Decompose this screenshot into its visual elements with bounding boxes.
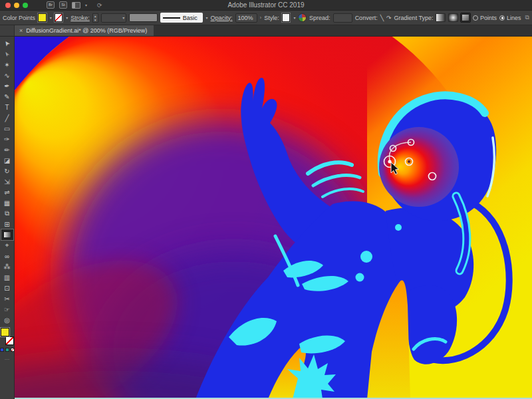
gradient-type-radial-button[interactable] — [448, 13, 458, 22]
zoom-tool[interactable]: ◎ — [1, 315, 13, 325]
eyedropper-tool[interactable]: ⌖ — [1, 240, 13, 251]
mesh-tool[interactable]: ⊞ — [1, 219, 13, 229]
rectangle-tool[interactable]: ▭ — [1, 123, 13, 134]
fill-stroke-indicator[interactable] — [1, 328, 14, 345]
pen-tool[interactable]: ✒ — [1, 80, 13, 91]
draw-lines-radio[interactable]: Lines — [499, 15, 521, 21]
free-transform-tool[interactable]: ▦ — [1, 198, 13, 208]
panel-dock-icon[interactable]: ⧉ — [525, 14, 529, 21]
direct-selection-tool[interactable]: ➣ — [1, 49, 13, 59]
style-swatch[interactable] — [282, 13, 291, 22]
close-window-button[interactable] — [5, 3, 11, 8]
minimize-window-button[interactable] — [14, 3, 19, 8]
lasso-tool[interactable]: ∿ — [1, 70, 13, 80]
brush-chevron-icon[interactable]: ▾ — [206, 15, 208, 20]
line-segment-tool[interactable]: ╱ — [1, 112, 13, 123]
eraser-tool[interactable]: ◪ — [1, 155, 13, 166]
curvature-tool[interactable]: ✎ — [1, 91, 13, 102]
toolbar: ➤➣✶∿✒✎T╱▭✑✏◪↻⇲⇌▦⧉⊞⌖∞⁂▥⊡✂☞◎ … — [0, 37, 15, 399]
fill-color-swatch[interactable] — [38, 13, 47, 22]
recolor-artwork-icon[interactable] — [298, 13, 307, 22]
type-icon: T — [5, 104, 9, 111]
width-profile-select[interactable] — [129, 13, 157, 22]
stroke-none-swatch[interactable] — [5, 336, 14, 345]
convert-label: Convert: — [355, 15, 378, 21]
sync-icon[interactable]: ⟳ — [97, 2, 102, 9]
spread-field[interactable] — [333, 13, 352, 23]
shape-builder-tool[interactable]: ⧉ — [1, 208, 13, 219]
selection-tool[interactable]: ➤ — [1, 38, 13, 49]
tab-bar: × DiffusionGradient.ai* @ 200% (RGB/Prev… — [0, 25, 532, 37]
blend-tool[interactable]: ∞ — [1, 251, 13, 261]
pencil-tool[interactable]: ✏ — [1, 144, 13, 155]
style-label: Style: — [264, 15, 279, 21]
slice-tool[interactable]: ✂ — [1, 293, 13, 304]
none-mode-button[interactable] — [11, 348, 15, 352]
convert-corner-icon[interactable]: ╲ — [380, 15, 384, 21]
artwork[interactable] — [15, 37, 532, 399]
convert-smooth-icon[interactable]: ↷ — [386, 15, 392, 21]
document-tab[interactable]: × DiffusionGradient.ai* @ 200% (RGB/Prev… — [15, 25, 154, 36]
stroke-weight-select[interactable]: ▾ — [101, 13, 127, 23]
gradient-icon — [3, 231, 11, 238]
direct-selection-icon: ➣ — [3, 49, 12, 58]
arrange-documents-icon[interactable] — [72, 2, 80, 9]
stroke-weight-stepper[interactable]: ▴▾ — [92, 13, 98, 23]
lines-radio-label: Lines — [507, 15, 521, 21]
titlebar: Br St ▾ ⟳ Adobe Illustrator CC 2019 — [0, 0, 532, 11]
points-radio-dot — [473, 15, 478, 21]
chevron-down-icon[interactable]: ▾ — [85, 3, 87, 7]
close-tab-icon[interactable]: × — [19, 27, 23, 34]
scale-tool[interactable]: ⇲ — [1, 176, 13, 187]
zoom-icon: ◎ — [4, 317, 10, 324]
spread-label: Spread: — [309, 15, 331, 21]
pencil-icon: ✏ — [4, 146, 9, 154]
draw-points-radio[interactable]: Points — [473, 15, 497, 21]
gradient-type-linear-button[interactable] — [436, 13, 446, 22]
hand-icon: ☞ — [4, 306, 10, 313]
artboard-tool[interactable]: ⊡ — [1, 283, 13, 293]
opacity-label[interactable]: Opacity: — [211, 15, 233, 21]
slice-icon: ✂ — [4, 295, 9, 303]
opacity-field[interactable]: 100% — [235, 13, 257, 23]
bridge-icon[interactable]: Br — [47, 1, 55, 9]
shape-builder-icon: ⧉ — [5, 209, 9, 217]
gradient-mode-button[interactable] — [5, 348, 9, 352]
more-options-arrow[interactable]: › — [260, 15, 262, 21]
gradient-type-label: Gradient Type: — [394, 15, 434, 21]
paintbrush-tool[interactable]: ✑ — [1, 134, 13, 144]
artboard-icon: ⊡ — [4, 285, 9, 292]
mesh-icon: ⊞ — [4, 221, 9, 228]
rectangle-icon: ▭ — [4, 125, 10, 132]
blend-icon: ∞ — [5, 253, 9, 260]
zoom-window-button[interactable] — [23, 3, 28, 8]
column-graph-tool[interactable]: ▥ — [1, 272, 13, 283]
edit-toolbar-button[interactable]: … — [5, 355, 10, 361]
scale-icon: ⇲ — [4, 178, 9, 186]
control-bar: Color Points ▾ ▾ Stroke: ▴▾ ▾ Basic ▾ Op… — [0, 11, 532, 25]
document-tab-title: DiffusionGradient.ai* @ 200% (RGB/Previe… — [26, 27, 147, 34]
type-tool[interactable]: T — [1, 102, 13, 112]
stroke-color-swatch[interactable] — [55, 13, 63, 22]
curvature-icon: ✎ — [4, 93, 9, 100]
gradient-midpoint-dot — [408, 160, 410, 163]
symbol-sprayer-tool[interactable]: ⁂ — [1, 261, 13, 272]
brush-definition-select[interactable]: Basic — [160, 13, 203, 23]
stock-icon[interactable]: St — [59, 1, 67, 9]
fill-chevron-icon[interactable]: ▾ — [50, 15, 52, 20]
magic-wand-tool[interactable]: ✶ — [1, 59, 13, 70]
stroke-label[interactable]: Stroke: — [70, 15, 90, 21]
magic-wand-icon: ✶ — [4, 61, 9, 68]
canvas[interactable] — [15, 37, 532, 399]
toolbar-header — [0, 25, 15, 36]
gradient-tool[interactable] — [1, 229, 13, 240]
fill-yellow-swatch[interactable] — [1, 328, 9, 336]
width-tool[interactable]: ⇌ — [1, 187, 13, 198]
width-icon: ⇌ — [4, 189, 9, 196]
color-mode-button[interactable] — [0, 348, 4, 352]
hand-tool[interactable]: ☞ — [1, 304, 13, 315]
rotate-tool[interactable]: ↻ — [1, 166, 13, 176]
gradient-type-freeform-button[interactable] — [461, 13, 471, 22]
style-chevron-icon[interactable]: ▾ — [293, 15, 295, 20]
stroke-chevron-icon[interactable]: ▾ — [66, 15, 68, 20]
